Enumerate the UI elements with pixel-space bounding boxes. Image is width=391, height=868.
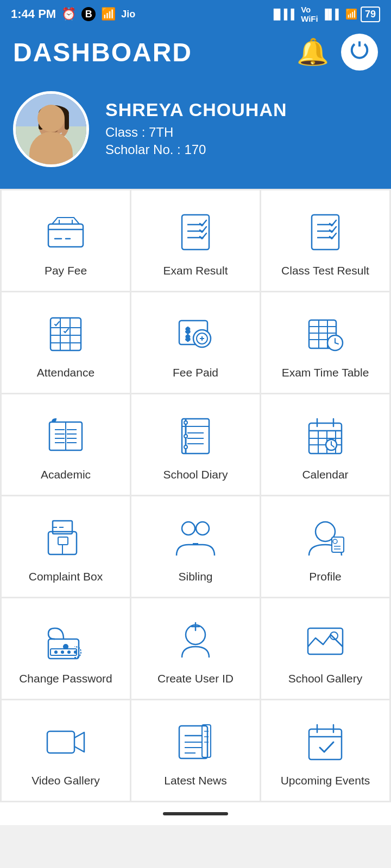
- grid-item-change-password[interactable]: Change Password: [2, 598, 130, 699]
- academic-icon: [41, 412, 90, 461]
- jio-icon: Jio: [121, 9, 135, 20]
- svg-point-90: [61, 651, 64, 653]
- grid-item-latest-news[interactable]: Latest News: [131, 700, 260, 801]
- svg-rect-105: [202, 725, 211, 757]
- profile-icon: [301, 514, 350, 563]
- school-gallery-icon: [301, 616, 350, 665]
- pay-fee-icon: [41, 208, 90, 257]
- power-icon: [349, 40, 370, 65]
- grid-item-create-user-id[interactable]: Create User ID: [131, 598, 260, 699]
- battery-display: 79: [361, 7, 380, 22]
- b-icon: B: [81, 7, 96, 21]
- upcoming-events-icon: [301, 718, 350, 767]
- header: DASHBOARD 🔔: [0, 28, 391, 86]
- exam-result-icon: [171, 208, 220, 257]
- time-display: 1:44 PM: [11, 7, 56, 21]
- signal-icon: ▐▌▌▌: [270, 9, 298, 20]
- svg-point-91: [68, 651, 70, 653]
- video-gallery-icon: [41, 718, 90, 767]
- grid-item-video-gallery[interactable]: Video Gallery: [2, 700, 130, 801]
- alarm-icon: ⏰: [61, 7, 76, 21]
- svg-rect-109: [309, 729, 342, 760]
- svg-rect-11: [182, 215, 209, 250]
- exam-timetable-icon: [301, 310, 350, 359]
- avatar: [13, 91, 89, 167]
- calendar-icon: [301, 412, 350, 461]
- grid-item-calendar[interactable]: Calendar: [261, 394, 389, 495]
- exam-result-label: Exam Result: [163, 264, 228, 277]
- sibling-label: Sibling: [178, 570, 212, 583]
- wifi-signal: 📶: [345, 8, 357, 20]
- header-icons: 🔔: [294, 34, 378, 71]
- svg-text:$: $: [186, 334, 190, 342]
- svg-point-59: [184, 445, 187, 449]
- avatar-image: [16, 94, 86, 164]
- school-diary-icon: [171, 412, 220, 461]
- dashboard-title: DASHBOARD: [13, 37, 192, 67]
- grid-item-school-gallery[interactable]: School Gallery: [261, 598, 389, 699]
- svg-point-79: [182, 522, 195, 535]
- create-user-id-label: Create User ID: [157, 672, 234, 685]
- svg-point-80: [196, 522, 209, 535]
- grid-item-sibling[interactable]: Sibling: [131, 496, 260, 597]
- grid-item-class-test[interactable]: Class Test Result: [261, 190, 389, 291]
- svg-rect-99: [47, 731, 74, 753]
- grid-item-school-diary[interactable]: School Diary: [131, 394, 260, 495]
- svg-rect-19: [51, 318, 81, 350]
- bottom-bar: [0, 802, 391, 825]
- grid-item-pay-fee[interactable]: Pay Fee: [2, 190, 130, 291]
- change-password-icon: [41, 616, 90, 665]
- dashboard-grid: Pay Fee Exam Result Class Test Result At…: [0, 189, 391, 802]
- grid-item-exam-result[interactable]: Exam Result: [131, 190, 260, 291]
- svg-point-5: [39, 105, 69, 122]
- svg-marker-3: [51, 133, 56, 143]
- svg-point-92: [74, 651, 77, 653]
- profile-info: SHREYA CHOUHAN Class : 7TH Scholar No. :…: [105, 99, 287, 159]
- complaint-box-icon: [41, 514, 90, 563]
- grid-item-attendance[interactable]: Attendance: [2, 292, 130, 393]
- svg-point-8: [48, 124, 51, 127]
- status-left: 1:44 PM ⏰ B 📶 Jio: [11, 7, 135, 21]
- attendance-icon: [41, 310, 90, 359]
- svg-rect-6: [39, 113, 43, 130]
- bell-icon: 🔔: [297, 37, 329, 67]
- grid-item-fee-paid[interactable]: $ $ Fee Paid: [131, 292, 260, 393]
- grid-item-upcoming-events[interactable]: Upcoming Events: [261, 700, 389, 801]
- grid-item-complaint-box[interactable]: Complaint Box: [2, 496, 130, 597]
- change-password-label: Change Password: [19, 672, 112, 685]
- svg-rect-1: [16, 126, 86, 164]
- create-user-id-icon: [171, 616, 220, 665]
- grid-item-exam-timetable[interactable]: Exam Time Table: [261, 292, 389, 393]
- school-gallery-label: School Gallery: [288, 672, 363, 685]
- grid-item-academic[interactable]: Academic: [2, 394, 130, 495]
- academic-label: Academic: [41, 468, 91, 481]
- svg-point-89: [55, 651, 57, 653]
- status-right: ▐▌▌▌ VoWiFi ▐▌▌ 📶 79: [270, 5, 380, 23]
- svg-point-93: [64, 644, 68, 649]
- latest-news-icon: [171, 718, 220, 767]
- status-bar: 1:44 PM ⏰ B 📶 Jio ▐▌▌▌ VoWiFi ▐▌▌ 📶 79: [0, 0, 391, 28]
- grid-item-profile[interactable]: Profile: [261, 496, 389, 597]
- profile-label: Profile: [309, 570, 342, 583]
- wifi-icon: ▐▌▌: [321, 9, 342, 20]
- calendar-label: Calendar: [302, 468, 348, 481]
- class-test-icon: [301, 208, 350, 257]
- student-name: SHREYA CHOUHAN: [105, 99, 287, 120]
- svg-point-9: [56, 124, 60, 127]
- svg-rect-15: [312, 215, 339, 250]
- profile-section: SHREYA CHOUHAN Class : 7TH Scholar No. :…: [0, 86, 391, 189]
- svg-rect-75: [58, 537, 68, 545]
- svg-point-57: [184, 421, 187, 424]
- svg-rect-10: [48, 224, 83, 247]
- pay-fee-label: Pay Fee: [45, 264, 87, 277]
- svg-point-58: [184, 435, 187, 438]
- video-gallery-label: Video Gallery: [31, 774, 100, 787]
- svg-rect-7: [65, 113, 69, 130]
- complaint-box-label: Complaint Box: [29, 570, 103, 583]
- notification-bell-button[interactable]: 🔔: [294, 34, 331, 71]
- upcoming-events-label: Upcoming Events: [281, 774, 370, 787]
- attendance-label: Attendance: [37, 366, 94, 379]
- class-test-label: Class Test Result: [281, 264, 369, 277]
- power-button[interactable]: [341, 34, 378, 71]
- student-scholar: Scholar No. : 170: [105, 142, 287, 157]
